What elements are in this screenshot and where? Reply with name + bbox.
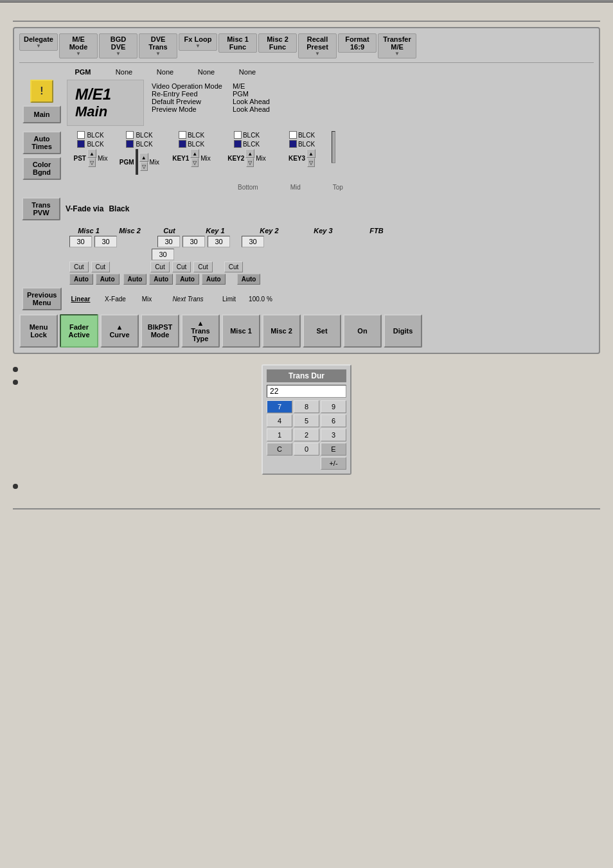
vertical-slider[interactable] [332,131,335,163]
me-display: M/E1 Main [67,80,144,126]
header-row: Delegate ▼ M/E Mode ▼ BGD DVE ▼ DVE Tran… [19,33,594,63]
default-preview: Default Preview [152,98,222,105]
key3-value: 30 [208,236,230,247]
blck-checkbox-pgm-1[interactable]: BLCK [126,131,152,139]
num-e[interactable]: E [321,443,346,456]
set-btn[interactable]: Set [303,314,341,348]
auto-btn-ftb[interactable]: Auto [237,274,261,285]
key1-down-btn[interactable]: ▽ [191,158,199,167]
num-9[interactable]: 9 [321,400,346,413]
header-fx-loop: Fx Loop ▼ [179,33,217,51]
key2-up-btn[interactable]: ▲ [245,149,254,158]
blkpst-mode-btn[interactable]: BlkPSTMode [141,314,179,348]
blck-cb-filled-1 [77,140,85,148]
warning-button[interactable]: ! [30,80,53,103]
key1-up-btn[interactable]: ▲ [190,149,199,158]
num-7[interactable]: 7 [267,400,292,413]
key1-blck-filled [179,140,186,148]
cut-btn-key2[interactable]: Cut [172,261,191,272]
digits-btn[interactable]: Digits [384,314,422,348]
key1-mix: Mix [200,155,211,162]
pst-down-btn[interactable]: ▽ [88,158,96,167]
bullet-dot-2 [13,380,18,385]
num-8[interactable]: 8 [294,400,319,413]
numpad: 7 8 9 4 5 6 1 2 3 C 0 E +/- [267,400,346,470]
blck-checkbox-pst-1[interactable]: BLCK [77,131,103,139]
num-c[interactable]: C [267,443,292,456]
cut-btn-key1[interactable]: Cut [150,261,170,272]
auto-btn-cut[interactable]: Auto [123,274,147,285]
blck-cb-empty-2 [126,131,134,139]
pgm-slider[interactable] [136,149,138,175]
cut-btn-ftb[interactable]: Cut [224,261,244,272]
menu-lock-btn[interactable]: MenuLock [19,314,58,348]
none-label-3: None [188,68,225,76]
trans-pvw-button[interactable]: TransPVW [22,197,60,220]
limit-label: Limit [216,296,242,303]
auto-btn-key3[interactable]: Auto [202,274,226,285]
bullet-3 [13,481,600,489]
previous-menu-button[interactable]: PreviousMenu [22,287,62,310]
ftb-label: FTB [369,227,383,235]
num-enter[interactable]: +/- [321,457,346,470]
preview-mode: Preview Mode [152,105,222,113]
key2-down-btn[interactable]: ▽ [246,158,254,167]
cut-btn-misc2[interactable]: Cut [91,261,111,272]
warning-icon: ! [40,85,43,97]
cut-btn-misc1[interactable]: Cut [69,261,89,272]
trans-dur-popup: Trans Dur 22 7 8 9 4 5 6 1 2 3 C 0 E +/- [262,364,351,475]
header-me-mode: M/E Mode ▼ [59,33,98,58]
header-transfer: Transfer M/E ▼ [378,33,416,58]
me-title: M/E1 [75,85,136,103]
key1-blck-empty [179,131,186,139]
num-3[interactable]: 3 [321,429,346,441]
me-subtitle: Main [75,103,136,120]
main-button[interactable]: Main [22,105,61,123]
key3-up-btn[interactable]: ▲ [306,149,315,158]
auto-btn-misc1[interactable]: Auto [69,274,93,285]
num-0[interactable]: 0 [294,443,319,456]
key3-blck-2: BLCK [298,141,315,148]
key3-down-btn[interactable]: ▽ [307,158,315,167]
ftb-value: 30 [242,236,264,247]
curve-btn[interactable]: ▲Curve [100,314,139,348]
pst-up-btn[interactable]: ▲ [87,149,96,158]
misc2-func-btn[interactable]: Misc 2 [262,314,301,348]
auto-btn-misc2[interactable]: Auto [96,274,120,285]
blck-checkbox-pgm-2[interactable]: BLCK [126,140,152,148]
key2-value: 30 [182,236,205,247]
bottom-divider [13,508,600,509]
misc2-value: 30 [94,236,117,247]
header-recall: Recall Preset ▼ [298,33,337,58]
key2-val-label: Key 2 [260,227,278,235]
num-5[interactable]: 5 [294,414,319,427]
next-trans-label: Next Trans [162,296,213,303]
auto-btn-key1[interactable]: Auto [149,274,173,285]
num-2[interactable]: 2 [294,429,319,441]
look-ahead-2: Look Ahead [233,105,270,113]
pgm-mix: Mix [150,159,160,166]
num-6[interactable]: 6 [321,414,346,427]
pgm-up-btn[interactable]: ▲ [139,153,148,162]
pgm-down-btn[interactable]: ▽ [140,162,148,171]
fader-active-btn[interactable]: FaderActive [60,314,98,348]
color-bgnd-button[interactable]: ColorBgnd [22,157,61,180]
pst-mix: Mix [98,155,108,162]
on-btn[interactable]: On [343,314,382,348]
pgm-label: PGM [64,68,102,76]
key2-blck-filled [234,140,242,148]
blck-cb-empty-1 [77,131,85,139]
misc1-func-btn[interactable]: Misc 1 [222,314,260,348]
xfade-label: X-Fade [99,296,131,303]
bullet-1 [13,364,249,372]
blck-checkbox-pst-2[interactable]: BLCK [77,140,103,148]
auto-times-button[interactable]: AutoTimes [22,131,61,154]
num-1[interactable]: 1 [267,429,292,441]
func-row: MenuLock FaderActive ▲Curve BlkPSTMode ▲… [19,314,594,348]
trans-type-btn[interactable]: ▲TransType [181,314,220,348]
key1-blck-1: BLCK [188,132,204,139]
header-misc2: Misc 2 Func [258,33,297,53]
auto-btn-key2[interactable]: Auto [175,274,199,285]
cut-btn-key3[interactable]: Cut [193,261,213,272]
num-4[interactable]: 4 [267,414,292,427]
